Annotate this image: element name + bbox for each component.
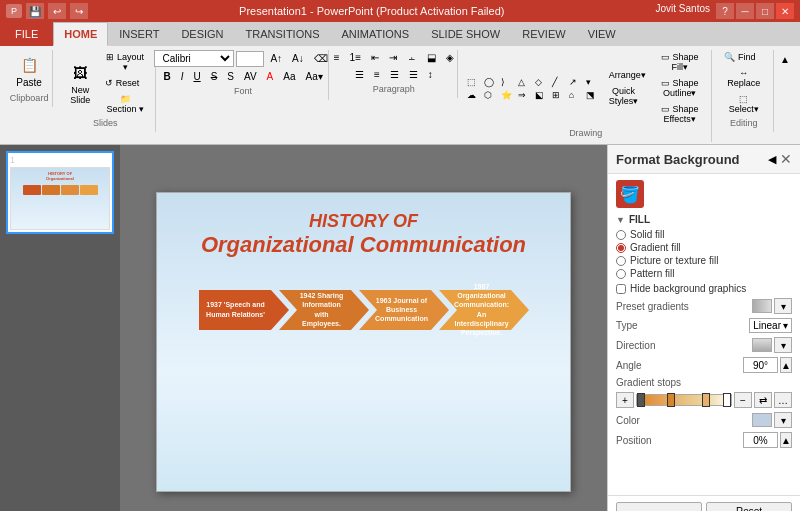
color-swatch[interactable] — [752, 413, 772, 427]
color-dropdown-btn[interactable]: ▾ — [774, 412, 792, 428]
shape-14[interactable]: ⌂ — [568, 89, 584, 101]
preset-dropdown-btn[interactable]: ▾ — [774, 298, 792, 314]
shape-15[interactable]: ⬔ — [585, 89, 601, 101]
replace-btn[interactable]: ↔ Replace — [720, 66, 767, 90]
shape-12[interactable]: ⬕ — [534, 89, 550, 101]
gradient-fill-radio[interactable] — [616, 243, 626, 253]
solid-fill-radio[interactable] — [616, 230, 626, 240]
pattern-fill-radio[interactable] — [616, 269, 626, 279]
slide-canvas[interactable]: HISTORY OF Organizational Communication … — [156, 192, 571, 492]
align-left-btn[interactable]: ☰ — [351, 67, 368, 82]
restore-btn[interactable]: □ — [756, 3, 774, 19]
close-btn[interactable]: ✕ — [776, 3, 794, 19]
tab-insert[interactable]: INSERT — [108, 22, 170, 46]
font-color-btn[interactable]: A — [263, 69, 278, 84]
char-spacing-btn[interactable]: Aa — [279, 69, 299, 84]
font-shrink-btn[interactable]: A↓ — [288, 51, 308, 66]
italic-btn[interactable]: I — [177, 69, 188, 84]
strikethrough-btn[interactable]: S — [207, 69, 222, 84]
shape-3[interactable]: ⟩ — [500, 76, 516, 88]
apply-to-all-btn[interactable]: Apply to All — [616, 502, 702, 511]
shape-effects-btn[interactable]: ▭ Shape Effects▾ — [654, 102, 706, 126]
position-spin[interactable]: ▲ — [780, 432, 792, 448]
numbering-btn[interactable]: 1≡ — [346, 50, 365, 65]
ribbon-collapse-btn[interactable]: ▲ — [776, 52, 794, 67]
type-dropdown[interactable]: Linear ▾ — [749, 318, 792, 333]
panel-back-btn[interactable]: ◀ — [768, 151, 776, 167]
shape-fill-btn[interactable]: ▭ Shape Fill▾ — [654, 50, 706, 74]
gradient-bar[interactable] — [636, 394, 732, 406]
font-family-select[interactable]: Calibri — [154, 50, 234, 67]
shape-1[interactable]: ⬚ — [466, 76, 482, 88]
stop-handle-3[interactable] — [702, 393, 710, 407]
stop-handle-2[interactable] — [667, 393, 675, 407]
spacing-btn[interactable]: AV — [240, 69, 261, 84]
line-spacing-btn[interactable]: ↕ — [424, 67, 437, 82]
shape-outline-btn[interactable]: ▭ Shape Outline▾ — [654, 76, 706, 100]
tab-transitions[interactable]: TRANSITIONS — [235, 22, 331, 46]
tab-review[interactable]: REVIEW — [511, 22, 576, 46]
underline-btn[interactable]: U — [189, 69, 204, 84]
redo-quick-btn[interactable]: ↪ — [70, 3, 88, 19]
tab-animations[interactable]: ANIMATIONS — [331, 22, 421, 46]
tab-view[interactable]: VIEW — [577, 22, 627, 46]
save-quick-btn[interactable]: 💾 — [26, 3, 44, 19]
find-btn[interactable]: 🔍 Find — [720, 50, 759, 64]
direction-dropdown-btn[interactable]: ▾ — [774, 337, 792, 353]
shape-11[interactable]: ⇒ — [517, 89, 533, 101]
reverse-stops-btn[interactable]: ⇄ — [754, 392, 772, 408]
shadow-btn[interactable]: S — [223, 69, 238, 84]
quick-styles-btn[interactable]: QuickStyles▾ — [605, 84, 650, 108]
justify-btn[interactable]: ☰ — [405, 67, 422, 82]
more-shapes[interactable]: ▾ — [585, 76, 601, 88]
position-input[interactable]: 0% — [743, 432, 778, 448]
columns-btn[interactable]: ⫠ — [403, 50, 421, 65]
text-direction-btn[interactable]: ⬓ — [423, 50, 440, 65]
align-right-btn[interactable]: ☰ — [386, 67, 403, 82]
shape-5[interactable]: ◇ — [534, 76, 550, 88]
section-button[interactable]: 📁 Section ▾ — [101, 92, 149, 116]
shape-13[interactable]: ⊞ — [551, 89, 567, 101]
slide-thumbnail-1[interactable]: 1 HISTORY OFOrganizational — [6, 151, 114, 234]
layout-button[interactable]: ⊞ Layout ▾ — [101, 50, 149, 74]
stop-handle-4[interactable] — [723, 393, 731, 407]
paste-button[interactable]: 📋 Paste — [10, 50, 48, 91]
tab-slideshow[interactable]: SLIDE SHOW — [420, 22, 511, 46]
hide-bg-checkbox[interactable] — [616, 284, 626, 294]
indent-btn[interactable]: ⇥ — [385, 50, 401, 65]
shape-4[interactable]: △ — [517, 76, 533, 88]
undo-quick-btn[interactable]: ↩ — [48, 3, 66, 19]
tab-design[interactable]: DESIGN — [170, 22, 234, 46]
tab-file[interactable]: FILE — [0, 22, 53, 46]
shape-10[interactable]: ⭐ — [500, 89, 516, 101]
arrange-btn[interactable]: Arrange▾ — [605, 68, 650, 82]
minimize-btn[interactable]: ─ — [736, 3, 754, 19]
new-slide-button[interactable]: 🖼 NewSlide — [61, 58, 99, 108]
angle-input[interactable]: 90° — [743, 357, 778, 373]
format-paint-icon[interactable]: 🪣 — [616, 180, 644, 208]
shape-7[interactable]: ↗ — [568, 76, 584, 88]
outdent-btn[interactable]: ⇤ — [367, 50, 383, 65]
stop-handle-1[interactable] — [637, 393, 645, 407]
shape-6[interactable]: ╱ — [551, 76, 567, 88]
shape-9[interactable]: ⬡ — [483, 89, 499, 101]
align-center-btn[interactable]: ≡ — [370, 67, 384, 82]
more-stops-btn[interactable]: … — [774, 392, 792, 408]
select-btn[interactable]: ⬚ Select▾ — [720, 92, 767, 116]
fill-collapse-arrow[interactable]: ▼ — [616, 215, 625, 225]
reset-background-btn[interactable]: Reset Background — [706, 502, 792, 511]
remove-stop-btn[interactable]: − — [734, 392, 752, 408]
convert-smartart-btn[interactable]: ◈ — [442, 50, 458, 65]
help-btn[interactable]: ? — [716, 3, 734, 19]
tab-home[interactable]: HOME — [53, 22, 108, 46]
bullets-btn[interactable]: ≡ — [330, 50, 344, 65]
shape-8[interactable]: ☁ — [466, 89, 482, 101]
panel-close-btn[interactable]: ✕ — [780, 151, 792, 167]
font-grow-btn[interactable]: A↑ — [266, 51, 286, 66]
case-btn[interactable]: Aa▾ — [302, 69, 327, 84]
add-stop-btn[interactable]: + — [616, 392, 634, 408]
shape-2[interactable]: ◯ — [483, 76, 499, 88]
picture-fill-radio[interactable] — [616, 256, 626, 266]
clear-format-btn[interactable]: ⌫ — [310, 51, 332, 66]
angle-spin-up[interactable]: ▲ — [780, 357, 792, 373]
